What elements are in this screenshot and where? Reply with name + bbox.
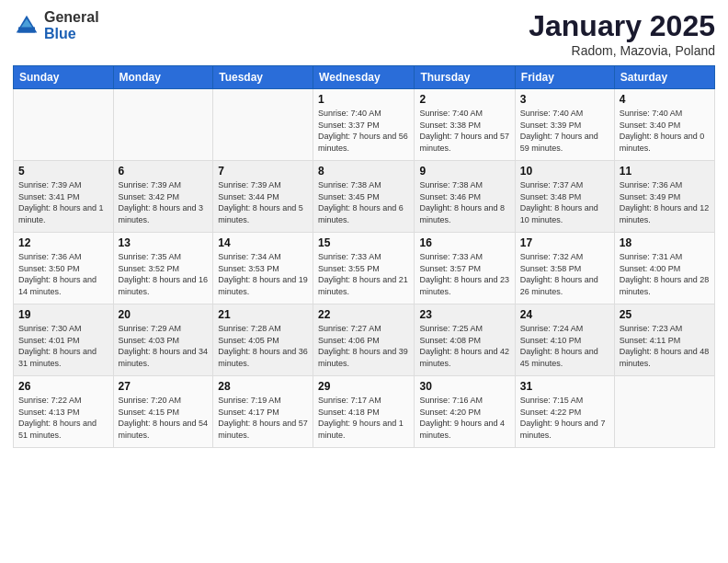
day-info: Sunrise: 7:16 AMSunset: 4:20 PMDaylight:…: [419, 395, 509, 441]
header-saturday: Saturday: [614, 66, 714, 89]
day-number: 1: [318, 93, 409, 106]
cell-w2-d2: 14Sunrise: 7:34 AMSunset: 3:53 PMDayligh…: [213, 233, 313, 304]
day-info: Sunrise: 7:23 AMSunset: 4:11 PMDaylight:…: [620, 323, 710, 369]
day-info: Sunrise: 7:37 AMSunset: 3:48 PMDaylight:…: [520, 179, 609, 225]
day-info: Sunrise: 7:40 AMSunset: 3:40 PMDaylight:…: [620, 108, 710, 154]
logo-text: General Blue: [44, 9, 99, 42]
day-info: Sunrise: 7:33 AMSunset: 3:55 PMDaylight:…: [318, 251, 409, 297]
page: General Blue January 2025 Radom, Mazovia…: [0, 0, 728, 563]
day-number: 30: [419, 380, 509, 393]
cell-w1-d3: 8Sunrise: 7:38 AMSunset: 3:45 PMDaylight…: [313, 161, 415, 233]
location-subtitle: Radom, Mazovia, Poland: [529, 43, 715, 58]
day-number: 15: [318, 236, 409, 249]
header: General Blue January 2025 Radom, Mazovia…: [13, 9, 715, 58]
day-info: Sunrise: 7:40 AMSunset: 3:39 PMDaylight:…: [520, 108, 609, 154]
day-number: 29: [318, 380, 409, 393]
title-block: January 2025 Radom, Mazovia, Poland: [529, 9, 715, 58]
day-info: Sunrise: 7:24 AMSunset: 4:10 PMDaylight:…: [520, 323, 609, 369]
day-number: 11: [620, 165, 710, 178]
header-friday: Friday: [515, 66, 614, 89]
week-row-1: 5Sunrise: 7:39 AMSunset: 3:41 PMDaylight…: [14, 161, 715, 233]
day-number: 17: [520, 236, 609, 249]
cell-w0-d4: 2Sunrise: 7:40 AMSunset: 3:38 PMDaylight…: [415, 89, 515, 161]
day-number: 25: [620, 308, 710, 321]
cell-w3-d1: 20Sunrise: 7:29 AMSunset: 4:03 PMDayligh…: [113, 304, 213, 376]
day-number: 7: [218, 165, 308, 178]
cell-w4-d5: 31Sunrise: 7:15 AMSunset: 4:22 PMDayligh…: [515, 376, 614, 448]
month-title: January 2025: [529, 9, 715, 43]
cell-w0-d3: 1Sunrise: 7:40 AMSunset: 3:37 PMDaylight…: [313, 89, 415, 161]
cell-w2-d6: 18Sunrise: 7:31 AMSunset: 4:00 PMDayligh…: [614, 233, 714, 304]
calendar-table: Sunday Monday Tuesday Wednesday Thursday…: [13, 65, 715, 448]
week-row-2: 12Sunrise: 7:36 AMSunset: 3:50 PMDayligh…: [14, 233, 715, 304]
day-number: 21: [218, 308, 308, 321]
cell-w1-d5: 10Sunrise: 7:37 AMSunset: 3:48 PMDayligh…: [515, 161, 614, 233]
cell-w2-d3: 15Sunrise: 7:33 AMSunset: 3:55 PMDayligh…: [313, 233, 415, 304]
day-number: 24: [520, 308, 609, 321]
day-info: Sunrise: 7:38 AMSunset: 3:46 PMDaylight:…: [419, 179, 509, 225]
day-info: Sunrise: 7:20 AMSunset: 4:15 PMDaylight:…: [119, 395, 209, 441]
day-info: Sunrise: 7:39 AMSunset: 3:44 PMDaylight:…: [218, 179, 308, 225]
cell-w1-d2: 7Sunrise: 7:39 AMSunset: 3:44 PMDaylight…: [213, 161, 313, 233]
day-number: 20: [119, 308, 209, 321]
cell-w1-d6: 11Sunrise: 7:36 AMSunset: 3:49 PMDayligh…: [614, 161, 714, 233]
week-row-3: 19Sunrise: 7:30 AMSunset: 4:01 PMDayligh…: [14, 304, 715, 376]
cell-w3-d3: 22Sunrise: 7:27 AMSunset: 4:06 PMDayligh…: [313, 304, 415, 376]
day-info: Sunrise: 7:19 AMSunset: 4:17 PMDaylight:…: [218, 395, 308, 441]
day-info: Sunrise: 7:35 AMSunset: 3:52 PMDaylight:…: [119, 251, 209, 297]
day-info: Sunrise: 7:38 AMSunset: 3:45 PMDaylight:…: [318, 179, 409, 225]
day-number: 2: [419, 93, 509, 106]
day-info: Sunrise: 7:17 AMSunset: 4:18 PMDaylight:…: [318, 395, 409, 441]
weekday-header-row: Sunday Monday Tuesday Wednesday Thursday…: [14, 66, 715, 89]
day-number: 5: [18, 165, 108, 178]
header-thursday: Thursday: [415, 66, 515, 89]
cell-w1-d0: 5Sunrise: 7:39 AMSunset: 3:41 PMDaylight…: [14, 161, 114, 233]
cell-w4-d3: 29Sunrise: 7:17 AMSunset: 4:18 PMDayligh…: [313, 376, 415, 448]
day-number: 23: [419, 308, 509, 321]
day-number: 31: [520, 380, 609, 393]
day-info: Sunrise: 7:25 AMSunset: 4:08 PMDaylight:…: [419, 323, 509, 369]
day-number: 12: [18, 236, 108, 249]
cell-w3-d4: 23Sunrise: 7:25 AMSunset: 4:08 PMDayligh…: [415, 304, 515, 376]
day-number: 13: [119, 236, 209, 249]
header-sunday: Sunday: [14, 66, 114, 89]
day-info: Sunrise: 7:40 AMSunset: 3:38 PMDaylight:…: [419, 108, 509, 154]
day-number: 19: [18, 308, 108, 321]
cell-w4-d0: 26Sunrise: 7:22 AMSunset: 4:13 PMDayligh…: [14, 376, 114, 448]
day-info: Sunrise: 7:30 AMSunset: 4:01 PMDaylight:…: [18, 323, 108, 369]
cell-w0-d0: [14, 89, 114, 161]
cell-w2-d1: 13Sunrise: 7:35 AMSunset: 3:52 PMDayligh…: [113, 233, 213, 304]
day-info: Sunrise: 7:27 AMSunset: 4:06 PMDaylight:…: [318, 323, 409, 369]
cell-w4-d1: 27Sunrise: 7:20 AMSunset: 4:15 PMDayligh…: [113, 376, 213, 448]
day-number: 16: [419, 236, 509, 249]
day-number: 27: [119, 380, 209, 393]
day-info: Sunrise: 7:40 AMSunset: 3:37 PMDaylight:…: [318, 108, 409, 154]
header-wednesday: Wednesday: [313, 66, 415, 89]
day-info: Sunrise: 7:31 AMSunset: 4:00 PMDaylight:…: [620, 251, 710, 297]
cell-w0-d5: 3Sunrise: 7:40 AMSunset: 3:39 PMDaylight…: [515, 89, 614, 161]
cell-w3-d6: 25Sunrise: 7:23 AMSunset: 4:11 PMDayligh…: [614, 304, 714, 376]
cell-w0-d6: 4Sunrise: 7:40 AMSunset: 3:40 PMDaylight…: [614, 89, 714, 161]
day-info: Sunrise: 7:29 AMSunset: 4:03 PMDaylight:…: [119, 323, 209, 369]
logo-icon: [13, 12, 40, 40]
day-number: 4: [620, 93, 710, 106]
day-info: Sunrise: 7:39 AMSunset: 3:42 PMDaylight:…: [119, 179, 209, 225]
cell-w3-d5: 24Sunrise: 7:24 AMSunset: 4:10 PMDayligh…: [515, 304, 614, 376]
logo: General Blue: [13, 9, 99, 42]
day-info: Sunrise: 7:39 AMSunset: 3:41 PMDaylight:…: [18, 179, 108, 225]
cell-w0-d2: [213, 89, 313, 161]
week-row-0: 1Sunrise: 7:40 AMSunset: 3:37 PMDaylight…: [14, 89, 715, 161]
cell-w0-d1: [113, 89, 213, 161]
day-number: 10: [520, 165, 609, 178]
day-number: 14: [218, 236, 308, 249]
cell-w4-d6: [614, 376, 714, 448]
cell-w2-d0: 12Sunrise: 7:36 AMSunset: 3:50 PMDayligh…: [14, 233, 114, 304]
cell-w4-d4: 30Sunrise: 7:16 AMSunset: 4:20 PMDayligh…: [415, 376, 515, 448]
day-info: Sunrise: 7:36 AMSunset: 3:50 PMDaylight:…: [18, 251, 108, 297]
cell-w4-d2: 28Sunrise: 7:19 AMSunset: 4:17 PMDayligh…: [213, 376, 313, 448]
cell-w1-d1: 6Sunrise: 7:39 AMSunset: 3:42 PMDaylight…: [113, 161, 213, 233]
cell-w3-d2: 21Sunrise: 7:28 AMSunset: 4:05 PMDayligh…: [213, 304, 313, 376]
day-number: 28: [218, 380, 308, 393]
cell-w3-d0: 19Sunrise: 7:30 AMSunset: 4:01 PMDayligh…: [14, 304, 114, 376]
cell-w1-d4: 9Sunrise: 7:38 AMSunset: 3:46 PMDaylight…: [415, 161, 515, 233]
